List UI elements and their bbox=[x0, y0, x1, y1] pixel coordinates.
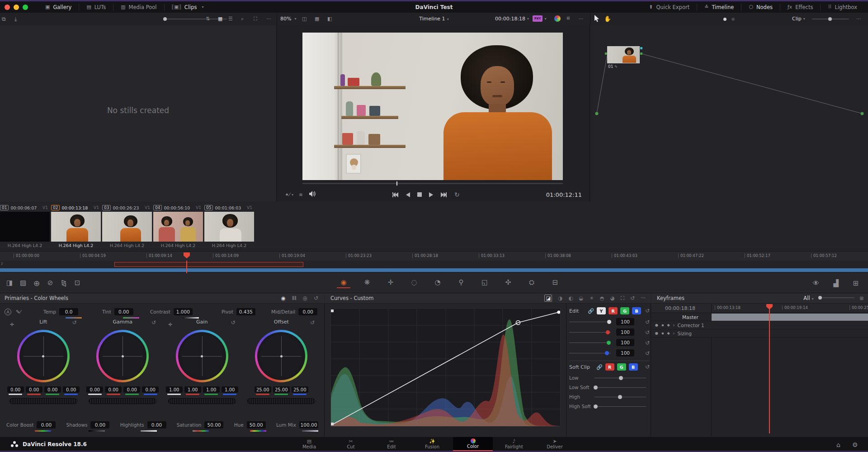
sort-icon[interactable]: ⇅ bbox=[206, 16, 210, 22]
tab-gallery[interactable]: ▣Gallery bbox=[38, 1, 79, 13]
channel-r-button[interactable]: R bbox=[609, 307, 618, 314]
rgb-mixer-icon[interactable]: ✛ bbox=[384, 278, 397, 288]
wipe-modes-icon[interactable]: ≋ bbox=[299, 192, 303, 198]
reset-lift-icon[interactable]: ↺ bbox=[72, 319, 76, 326]
split-viewer-icon[interactable]: ▦ bbox=[315, 16, 319, 22]
keyframe-diamond-icon[interactable]: ◆ bbox=[667, 323, 670, 327]
grid-view-icon[interactable]: ▦ bbox=[218, 16, 222, 22]
timeline-playhead-flag[interactable] bbox=[184, 252, 190, 258]
page-cut[interactable]: ✂Cut bbox=[331, 437, 371, 451]
page-edit[interactable]: ≔Edit bbox=[372, 437, 411, 451]
timeline-track-bar[interactable] bbox=[0, 268, 868, 272]
temp-value[interactable]: 0.0 bbox=[59, 308, 78, 315]
search-icon[interactable]: ⌕ bbox=[241, 16, 244, 22]
node-zoom-slider[interactable] bbox=[812, 19, 849, 19]
b-gain-slider[interactable]: 100 ↺ bbox=[569, 350, 650, 357]
offset-g-value[interactable]: 25.00 bbox=[273, 386, 290, 393]
magic-mask-icon[interactable]: ⛭ bbox=[525, 278, 538, 288]
pointer-tool-icon[interactable] bbox=[594, 15, 600, 24]
reset-primaries-icon[interactable]: ↺ bbox=[314, 295, 318, 301]
gallery-options-icon[interactable]: ··· bbox=[266, 16, 271, 22]
keyframes-panel-icon[interactable]: ⊞ bbox=[860, 296, 863, 301]
hand-tool-icon[interactable]: ✋ bbox=[604, 15, 611, 22]
highlights-value[interactable]: 0.00 bbox=[147, 421, 166, 428]
high-slider[interactable]: High bbox=[569, 394, 650, 400]
offset-master-dial[interactable] bbox=[247, 398, 315, 404]
list-view-icon[interactable]: ☰ bbox=[228, 16, 233, 22]
timeline-tracks[interactable]: 2 1 bbox=[0, 261, 868, 273]
wheels-mode-icon[interactable]: ◉ bbox=[281, 295, 286, 301]
gamma-y-value[interactable]: 0.00 bbox=[86, 386, 103, 393]
pivot-value[interactable]: 0.435 bbox=[236, 308, 255, 315]
grade-wand-icon[interactable]: ✦⁄ bbox=[285, 192, 290, 198]
clip-thumbnail[interactable] bbox=[102, 212, 152, 242]
color-boost-value[interactable]: 0.00 bbox=[37, 421, 56, 428]
gamma-master-dial[interactable] bbox=[89, 398, 156, 404]
expand-icon[interactable]: ⛶ bbox=[254, 16, 257, 22]
step-back-button[interactable] bbox=[406, 192, 410, 197]
reset-curves-icon[interactable]: ↺ bbox=[630, 295, 635, 301]
soft-clip-g-button[interactable]: G bbox=[617, 363, 626, 371]
split-compare-icon[interactable]: ⧎ bbox=[57, 279, 71, 288]
corrector-node[interactable] bbox=[607, 46, 640, 63]
mid-detail-value[interactable]: 0.00 bbox=[298, 308, 317, 315]
sat-vs-lum-icon[interactable]: ◕ bbox=[610, 295, 615, 301]
lift-b-value[interactable]: 0.00 bbox=[63, 386, 80, 393]
tab-timeline[interactable]: ≛Timeline bbox=[697, 1, 741, 13]
r-gain-slider[interactable]: 100 ↺ bbox=[569, 329, 650, 336]
lut-browser-icon[interactable]: ▨ bbox=[16, 279, 30, 288]
hue-value[interactable]: 50.00 bbox=[247, 421, 266, 428]
tab-luts[interactable]: ▤LUTs bbox=[79, 1, 113, 13]
viewer-options-icon[interactable]: ··· bbox=[579, 16, 584, 22]
auto-balance-icon[interactable]: A bbox=[5, 309, 11, 315]
go-to-start-button[interactable] bbox=[392, 192, 399, 197]
page-media[interactable]: ▤Media bbox=[289, 437, 329, 451]
viewer-scrub-playhead[interactable] bbox=[396, 181, 397, 186]
minimize-window-button[interactable] bbox=[14, 5, 19, 10]
contrast-value[interactable]: 1.000 bbox=[174, 308, 193, 315]
tab-clips[interactable]: ⟦▣⟧Clips▾ bbox=[165, 1, 211, 13]
viewer-zoom-select[interactable]: 80%▾ bbox=[280, 16, 296, 22]
info-panel-icon[interactable]: ⊞ bbox=[849, 279, 863, 287]
clip-thumbnail[interactable] bbox=[0, 212, 50, 242]
settings-gear-icon[interactable]: ⚙ bbox=[852, 441, 858, 448]
audio-mute-icon[interactable] bbox=[309, 191, 316, 198]
reset-gain-icon[interactable]: ↺ bbox=[231, 319, 235, 326]
reset-offset-icon[interactable]: ↺ bbox=[310, 319, 315, 326]
lift-y-value[interactable]: 0.00 bbox=[7, 386, 24, 393]
timeline-selector[interactable]: Timeline 1▾ bbox=[398, 16, 470, 22]
quick-export-button[interactable]: ⬆Quick Export bbox=[642, 1, 697, 13]
low-soft-slider[interactable]: Low Soft bbox=[569, 385, 650, 391]
page-deliver[interactable]: ➤Deliver bbox=[535, 437, 575, 451]
offset-wheel[interactable] bbox=[255, 330, 307, 382]
lum-vs-sat-icon[interactable]: ☀ bbox=[590, 295, 594, 301]
low-slider[interactable]: Low bbox=[569, 375, 650, 381]
play-button[interactable] bbox=[429, 192, 433, 197]
offset-r-value[interactable]: 25.00 bbox=[255, 386, 271, 393]
tab-nodes[interactable]: ⬡Nodes bbox=[741, 1, 780, 13]
offset-b-value[interactable]: 25.00 bbox=[292, 386, 308, 393]
white-balance-picker-icon[interactable]: ✎⁄ bbox=[16, 309, 21, 315]
y-gain-value[interactable]: 100 bbox=[616, 318, 634, 325]
lock-icon[interactable]: ▪ bbox=[661, 323, 664, 327]
high-soft-slider[interactable]: High Soft bbox=[569, 404, 650, 410]
close-window-button[interactable] bbox=[5, 5, 10, 10]
color-wheels-tool-icon[interactable]: ◉ bbox=[337, 278, 350, 288]
hue-vs-hue-icon[interactable]: ◑ bbox=[558, 295, 562, 301]
blur-tool-icon[interactable]: ⊟ bbox=[548, 278, 562, 288]
single-viewer-icon[interactable]: ◫ bbox=[302, 16, 307, 22]
hue-vs-sat-icon[interactable]: ◐ bbox=[568, 295, 573, 301]
safe-area-icon[interactable]: ⊞ bbox=[566, 16, 570, 20]
gallery-stills-icon[interactable]: ⧉ bbox=[2, 16, 6, 22]
r-gain-value[interactable]: 100 bbox=[616, 328, 634, 336]
color-viewer-icon[interactable] bbox=[554, 15, 561, 22]
channel-g-button[interactable]: G bbox=[620, 307, 629, 314]
keyframe-panel-icon[interactable]: ▟ bbox=[829, 279, 843, 287]
loop-icon[interactable]: ↻ bbox=[454, 191, 460, 198]
keyframe-row-sizing[interactable]: ●▪◆› Sizing bbox=[651, 329, 868, 338]
video-frame[interactable] bbox=[302, 33, 563, 180]
gallery-tool-icon[interactable]: ◨ bbox=[3, 279, 16, 288]
page-color[interactable]: Color bbox=[453, 437, 493, 451]
lift-master-dial[interactable] bbox=[9, 398, 77, 404]
lift-r-value[interactable]: 0.00 bbox=[26, 386, 42, 393]
